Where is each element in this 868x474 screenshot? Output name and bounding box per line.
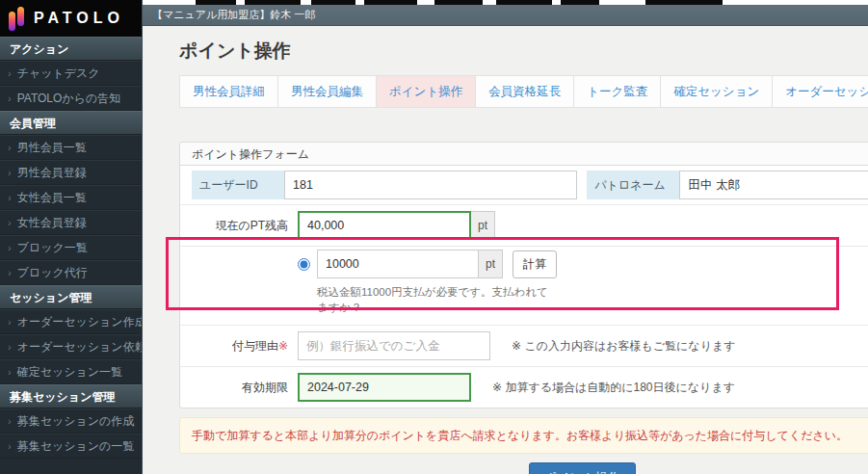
required-mark: ※ — [278, 339, 288, 353]
chevron-right-icon: › — [8, 67, 12, 79]
patolo-logo-icon — [9, 4, 25, 33]
sidebar-item-order-session-request[interactable]: ›オーダーセッション依頼 — [0, 334, 142, 359]
chevron-right-icon: › — [8, 341, 12, 353]
patolo-logo-text: PATOLO — [34, 10, 124, 27]
tax-payment-note: 税込金額11000円支払が必要です。支払われてますか？ — [317, 284, 550, 315]
reason-note: ※ この入力内容はお客様もご覧になります — [512, 338, 735, 355]
sidebar-section-actions: アクション — [0, 37, 142, 61]
sidebar-item-label: ブロック一覧 — [17, 241, 88, 254]
expiry-row: 有効期限 ※ 加算する場合は自動的に180日後になります — [180, 367, 868, 408]
sidebar-item-label: ブロック代行 — [17, 266, 88, 279]
chevron-right-icon: › — [8, 440, 12, 452]
tab-talk-audit[interactable]: トーク監査 — [574, 76, 661, 107]
sidebar-item-block-list[interactable]: ›ブロック一覧 — [0, 235, 142, 260]
pt-unit-addon: pt — [479, 250, 503, 278]
tab-bar: 男性会員詳細 男性会員編集 ポイント操作 会員資格延長 トーク監査 確定セッショ… — [179, 75, 868, 108]
user-id-input[interactable] — [284, 171, 577, 199]
expiry-note: ※ 加算する場合は自動的に180日後になります — [492, 380, 735, 396]
reason-input[interactable] — [298, 331, 490, 360]
chevron-right-icon: › — [8, 316, 12, 328]
page-title: ポイント操作 — [179, 39, 868, 64]
add-points-input[interactable] — [317, 250, 479, 278]
tab-male-member-edit[interactable]: 男性会員編集 — [278, 76, 377, 107]
current-pt-row: 現在のPT残高 pt — [180, 205, 868, 247]
chevron-right-icon: › — [8, 167, 12, 178]
manual-add-warning: 手動で加算すると本部より加算分のポイントを貴店へ請求となります。お客様より振込等… — [179, 417, 868, 454]
patro-name-group: パトロネーム — [587, 171, 868, 199]
sidebar-item-female-member-list[interactable]: ›女性会員一覧 — [0, 185, 142, 210]
sidebar-item-label: チャットデスク — [17, 66, 100, 80]
chevron-right-icon: › — [8, 142, 12, 153]
tab-order-session[interactable]: オーダーセッション — [773, 76, 868, 107]
reason-row: 付与理由※ ※ この入力内容はお客様もご覧になります — [180, 326, 868, 367]
tab-male-member-detail[interactable]: 男性会員詳細 — [180, 76, 278, 107]
main-area: 【マニュアル用加盟店】鈴木 一郎 ポイント操作 男性会員詳細 男性会員編集 ポイ… — [143, 0, 868, 474]
content-column: 男性会員詳細 男性会員編集 ポイント操作 会員資格延長 トーク監査 確定セッショ… — [143, 75, 868, 474]
chevron-right-icon: › — [8, 242, 12, 253]
user-status-bar: 【マニュアル用加盟店】鈴木 一郎 — [143, 5, 868, 26]
sidebar-section-member-management: 会員管理 — [0, 111, 142, 135]
user-row: ユーザーID パトロネーム — [180, 166, 868, 205]
reason-label-text: 付与理由 — [232, 339, 278, 353]
tab-point-operation[interactable]: ポイント操作 — [377, 76, 476, 107]
sidebar: PATOLO アクション ›チャットデスク ›PATOLOからの告知 会員管理 … — [0, 0, 143, 474]
sidebar-item-label: 募集セッションの作成 — [17, 414, 135, 428]
sidebar-item-label: 募集セッションの一覧 — [17, 439, 135, 453]
sidebar-nav: アクション ›チャットデスク ›PATOLOからの告知 会員管理 ›男性会員一覧… — [0, 37, 142, 459]
sidebar-item-label: 女性会員登録 — [17, 216, 87, 229]
user-id-group: ユーザーID — [192, 171, 577, 199]
sidebar-item-chat-desk[interactable]: ›チャットデスク — [0, 61, 142, 86]
current-pt-input[interactable] — [298, 211, 471, 240]
sidebar-item-female-member-register[interactable]: ›女性会員登録 — [0, 210, 142, 235]
sidebar-section-recruit-session-management: 募集セッション管理 — [0, 384, 142, 408]
sidebar-item-label: 男性会員登録 — [17, 166, 87, 179]
sidebar-item-label: オーダーセッション作成 — [17, 315, 143, 329]
page-header: ポイント操作 — [143, 26, 868, 75]
merchant-user-label: 【マニュアル用加盟店】鈴木 一郎 — [152, 9, 315, 20]
reason-label: 付与理由※ — [192, 338, 288, 355]
sidebar-item-label: 確定セッション一覧 — [17, 365, 122, 379]
sidebar-section-session-management: セッション管理 — [0, 285, 142, 309]
chevron-right-icon: › — [8, 415, 12, 427]
patro-name-input[interactable] — [679, 171, 868, 199]
user-id-label: ユーザーID — [192, 171, 284, 199]
point-operation-form-panel: ポイント操作フォーム ユーザーID パトロネーム 現在のPT残高 pt — [179, 142, 868, 408]
pt-unit-addon: pt — [471, 211, 495, 240]
chevron-right-icon: › — [8, 192, 12, 203]
sidebar-item-label: 女性会員一覧 — [17, 191, 87, 204]
calculate-button[interactable]: 計算 — [513, 250, 557, 278]
expiry-label: 有効期限 — [192, 380, 288, 396]
submit-row: ポイント操作 — [179, 462, 868, 474]
sidebar-item-male-member-list[interactable]: ›男性会員一覧 — [0, 135, 142, 160]
sidebar-item-patolo-notice[interactable]: ›PATOLOからの告知 — [0, 86, 142, 111]
sidebar-item-label: PATOLOからの告知 — [17, 92, 121, 105]
sidebar-item-recruit-session-create[interactable]: ›募集セッションの作成 — [0, 408, 142, 434]
chevron-right-icon: › — [8, 92, 12, 104]
chevron-right-icon: › — [8, 217, 12, 228]
sidebar-item-label: オーダーセッション依頼 — [17, 340, 143, 354]
app-window: PATOLO アクション ›チャットデスク ›PATOLOからの告知 会員管理 … — [0, 0, 868, 474]
sidebar-item-label: 男性会員一覧 — [17, 141, 87, 154]
sidebar-item-confirmed-session-list[interactable]: ›確定セッション一覧 — [0, 359, 142, 384]
add-points-radio[interactable] — [298, 258, 310, 271]
add-points-row: pt 計算 税込金額11000円支払が必要です。支払われてますか？ — [180, 247, 868, 326]
add-points-controls: pt 計算 — [298, 250, 868, 278]
sidebar-item-block-proxy[interactable]: ›ブロック代行 — [0, 260, 142, 285]
patro-name-label: パトロネーム — [587, 171, 679, 199]
tab-confirmed-session[interactable]: 確定セッション — [661, 76, 773, 107]
panel-title: ポイント操作フォーム — [180, 143, 868, 166]
chevron-right-icon: › — [8, 366, 12, 378]
sidebar-item-recruit-session-list[interactable]: ›募集セッションの一覧 — [0, 434, 142, 459]
current-pt-label: 現在のPT残高 — [192, 218, 288, 234]
point-operation-submit-button[interactable]: ポイント操作 — [529, 462, 636, 474]
sidebar-item-male-member-register[interactable]: ›男性会員登録 — [0, 160, 142, 185]
expiry-date-input[interactable] — [298, 373, 471, 402]
tab-membership-extension[interactable]: 会員資格延長 — [476, 76, 574, 107]
patolo-logo: PATOLO — [0, 0, 142, 37]
chevron-right-icon: › — [8, 267, 12, 278]
sidebar-item-order-session-create[interactable]: ›オーダーセッション作成 — [0, 309, 142, 334]
